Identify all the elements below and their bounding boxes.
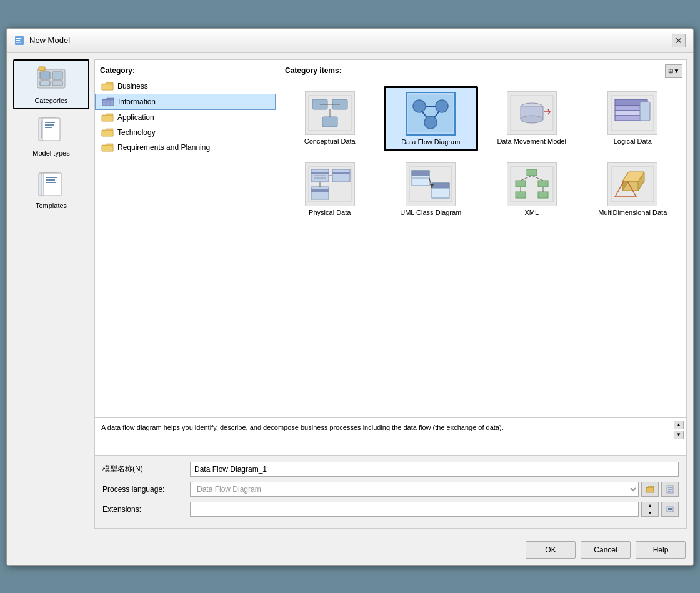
- item-label-multidim: MultiDimensional Data: [598, 209, 667, 216]
- svg-rect-2: [16, 40, 20, 41]
- item-label-physical: Physical Data: [309, 209, 351, 216]
- sidebar-item-categories[interactable]: Categories: [13, 59, 89, 109]
- item-label-xml: XML: [524, 209, 539, 216]
- item-label-datamovement: Data Movement Model: [497, 137, 566, 145]
- form-language-label: Process language:: [102, 485, 184, 494]
- item-label-dataflow: Data Flow Diagram: [401, 138, 460, 146]
- form-extensions-label: Extensions:: [102, 505, 184, 514]
- form-section: 模型名称(N) Process language: Data Flow Diag…: [94, 456, 687, 529]
- multidim-thumb: [608, 162, 658, 206]
- form-name-label: 模型名称(N): [102, 464, 184, 474]
- svg-rect-13: [45, 122, 55, 123]
- svg-rect-73: [538, 192, 548, 198]
- category-label-application: Application: [118, 113, 154, 122]
- sidebar-modeltypes-label: Model types: [32, 149, 69, 157]
- new-model-dialog: New Model ✕ Categories: [6, 28, 694, 566]
- form-language-select[interactable]: Data Flow Diagram: [190, 482, 639, 497]
- svg-rect-3: [16, 42, 21, 43]
- svg-rect-21: [46, 182, 56, 183]
- sidebar-item-templates[interactable]: Templates: [13, 164, 89, 214]
- svg-rect-84: [646, 487, 654, 492]
- bottom-buttons: OK Cancel Help: [7, 535, 693, 565]
- svg-rect-19: [46, 177, 58, 178]
- svg-rect-69: [527, 169, 537, 176]
- xml-thumb: [507, 162, 557, 206]
- item-data-movement[interactable]: Data Movement Model: [484, 86, 579, 151]
- item-multidimensional[interactable]: MultiDimensional Data: [586, 157, 681, 221]
- svg-rect-91: [668, 509, 672, 510]
- svg-rect-57: [311, 189, 329, 192]
- item-logical-data[interactable]: Logical Data: [586, 86, 681, 151]
- dialog-body: Categories Model types: [7, 53, 693, 535]
- dialog-icon: [14, 36, 24, 46]
- form-row-extensions: Extensions: ▲ ▼: [102, 502, 679, 517]
- category-label-business: Business: [118, 82, 148, 91]
- language-properties-button[interactable]: [661, 482, 679, 497]
- categories-icon: [36, 64, 66, 94]
- svg-rect-62: [412, 171, 429, 176]
- category-item-application[interactable]: Application: [95, 110, 276, 125]
- data-movement-thumb: [507, 91, 557, 135]
- svg-rect-71: [538, 181, 548, 187]
- scroll-buttons: ▲ ▼: [674, 421, 684, 439]
- sidebar-item-modeltypes[interactable]: Model types: [13, 112, 89, 162]
- scroll-up-button[interactable]: ▲: [674, 421, 684, 429]
- description-text: A data flow diagram helps you identify, …: [101, 423, 680, 432]
- folder-business-icon: [101, 81, 114, 91]
- spin-up-icon[interactable]: ▲: [648, 502, 652, 509]
- category-item-technology[interactable]: Technology: [95, 125, 276, 140]
- svg-rect-15: [45, 127, 52, 128]
- title-bar-left: New Model: [14, 36, 70, 46]
- folder-requirements-icon: [101, 142, 114, 152]
- category-label-requirements: Requirements and Planning: [118, 143, 210, 152]
- svg-rect-56: [311, 187, 329, 199]
- form-extensions-spin: [190, 502, 639, 517]
- category-item-requirements[interactable]: Requirements and Planning: [95, 140, 276, 155]
- physical-data-thumb: [305, 162, 355, 206]
- item-physical-data[interactable]: Physical Data: [282, 157, 378, 221]
- conceptual-data-thumb: [305, 91, 355, 135]
- svg-rect-90: [668, 508, 672, 509]
- sidebar-categories-label: Categories: [34, 97, 68, 104]
- data-flow-thumb: [406, 92, 456, 136]
- svg-rect-18: [44, 173, 61, 196]
- folder-browse-icon: [646, 485, 654, 494]
- logical-data-thumb: [608, 91, 658, 135]
- svg-point-34: [424, 116, 437, 129]
- svg-point-32: [413, 100, 426, 112]
- form-name-input[interactable]: [190, 462, 679, 477]
- item-label-uml: UML Class Diagram: [400, 209, 461, 216]
- language-browse-button[interactable]: [641, 482, 659, 497]
- view-toggle-button[interactable]: ⊞▼: [665, 64, 682, 78]
- extensions-browse-button[interactable]: [661, 502, 679, 517]
- item-label-conceptual: Conceptual Data: [304, 137, 356, 145]
- svg-rect-9: [39, 67, 45, 71]
- uml-class-thumb: [406, 162, 456, 206]
- spin-down-icon[interactable]: ▼: [648, 509, 652, 516]
- item-data-flow[interactable]: Data Flow Diagram: [384, 86, 479, 151]
- extensions-spin-buttons[interactable]: ▲ ▼: [641, 502, 659, 517]
- item-conceptual-data[interactable]: Conceptual Data: [282, 86, 378, 151]
- category-panel: Category: Business: [95, 60, 276, 417]
- svg-point-42: [521, 116, 543, 123]
- ok-button[interactable]: OK: [526, 541, 576, 559]
- item-label-logical: Logical Data: [614, 137, 652, 145]
- form-language-row: Data Flow Diagram: [190, 482, 679, 497]
- scroll-down-button[interactable]: ▼: [674, 431, 684, 439]
- folder-technology-icon: [101, 127, 114, 137]
- templates-icon: [36, 169, 66, 199]
- category-item-information[interactable]: Information: [95, 94, 276, 110]
- extensions-folder-icon: [666, 505, 674, 514]
- category-item-business[interactable]: Business: [95, 79, 276, 94]
- svg-rect-48: [640, 102, 650, 121]
- category-label-information: Information: [118, 97, 156, 106]
- sidebar-templates-label: Templates: [36, 202, 67, 209]
- cancel-button[interactable]: Cancel: [581, 541, 631, 559]
- item-uml-class[interactable]: UML Class Diagram: [384, 157, 479, 221]
- items-panel: Category items: ⊞▼: [276, 60, 686, 417]
- svg-rect-51: [311, 172, 329, 174]
- close-button[interactable]: ✕: [672, 34, 686, 47]
- item-xml[interactable]: XML: [484, 157, 579, 221]
- help-button[interactable]: Help: [636, 541, 686, 559]
- svg-rect-28: [322, 117, 338, 127]
